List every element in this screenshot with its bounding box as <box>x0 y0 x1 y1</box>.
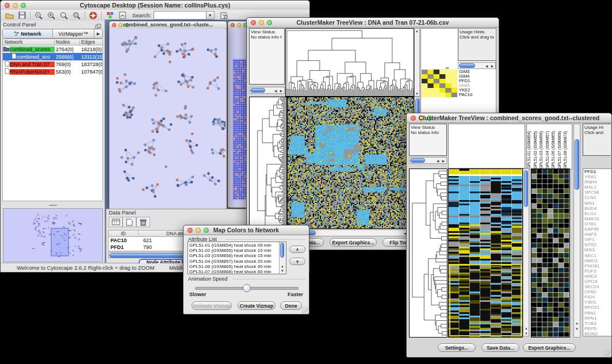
report-icon[interactable] <box>218 11 231 20</box>
gene-label[interactable]: SEC1 <box>584 253 611 258</box>
close-button[interactable] <box>231 23 235 27</box>
gene-label[interactable]: HAP3 <box>584 232 611 237</box>
help-lifering-icon[interactable] <box>87 11 100 20</box>
gene-label[interactable]: PEP5 <box>584 326 611 331</box>
resize-grip[interactable] <box>604 350 611 357</box>
gene-label[interactable]: CPA2 <box>584 289 611 294</box>
tv2-heatmap-vscrollbar[interactable]: ▲▼ <box>523 168 529 336</box>
tab-network[interactable]: Network <box>3 29 53 38</box>
save-icon[interactable] <box>16 11 28 20</box>
gene-label[interactable]: PFD1 <box>584 169 611 174</box>
main-titlebar[interactable]: Cytoscape Desktop (Session Name: collins… <box>1 1 309 10</box>
network-table-row[interactable]: RNAPuberNov2+563(0)107847(0) <box>3 68 102 75</box>
dialog-titlebar[interactable]: Map Colors to Network <box>183 225 309 235</box>
tv2-save-data-button[interactable]: Save Data... <box>481 343 519 352</box>
tv1-column-vscrollbar[interactable]: ▲▼ <box>414 28 420 97</box>
move-up-button[interactable]: ∧ <box>289 246 305 253</box>
tv1-row-dendrogram[interactable] <box>249 97 287 229</box>
zoom-out-icon[interactable] <box>32 11 45 20</box>
tv2-status-hscrollbar[interactable]: ◀▶ <box>409 157 447 164</box>
attribute-item[interactable]: GPL51-06 (GSM865) heat shock 40 min <box>189 264 279 269</box>
network-nodes-count: 2569(6) <box>55 54 80 60</box>
zoom-fit-icon[interactable] <box>58 11 70 20</box>
gene-label[interactable]: PUF3 <box>584 269 611 274</box>
zoom-selected-icon[interactable] <box>70 11 83 20</box>
tv2-export-graphics-button[interactable]: Export Graphics... <box>523 343 576 352</box>
gene-label[interactable]: YSH1 <box>584 300 611 305</box>
gene-label[interactable]: RNR4 <box>584 179 611 185</box>
tab-overflow-arrow[interactable]: ▶ <box>94 29 102 38</box>
attribute-item[interactable]: GPL51-03 (GSM856) heat shock 15 min <box>189 253 279 258</box>
minimize-button[interactable] <box>237 23 241 27</box>
gene-label[interactable]: MON2 <box>584 331 611 336</box>
tv2-heatmap[interactable] <box>448 168 523 338</box>
tv1-zoom-hscrollbar[interactable]: ◀▶ <box>458 62 496 69</box>
zoom-in-icon[interactable] <box>45 11 58 20</box>
tv1-export-graphics-button[interactable]: Export Graphics... <box>330 238 377 247</box>
gene-label[interactable]: MSL1 <box>584 185 611 190</box>
network-table-row[interactable]: combined_sco2569(6)13112(15) <box>3 53 102 60</box>
data-panel-title: Data Panel <box>109 209 136 216</box>
gene-label[interactable]: YRA1 <box>584 174 611 179</box>
attribute-item[interactable]: GPL51-04 (GSM857) heat shock 20 min <box>189 259 279 264</box>
tv1-titlebar[interactable]: ClusterMaker TreeView : DNA and Tran 07-… <box>247 18 499 28</box>
gene-label[interactable]: NTR2 <box>584 242 611 247</box>
gene-label[interactable]: ELG1 <box>584 211 611 216</box>
animation-slider-thumb[interactable] <box>243 284 251 292</box>
tv2-titlebar[interactable]: ClusterMaker TreeView : combined_scores_… <box>407 113 611 123</box>
gene-label[interactable]: MSI1 <box>584 247 611 252</box>
attribute-item[interactable]: GPL51-02 (GSM855) heat shock 10 min <box>189 248 279 253</box>
network-canvas-a[interactable] <box>109 29 225 208</box>
search-dropdown-arrow-icon[interactable]: ▼ <box>206 11 215 20</box>
tab-vizmapper[interactable]: VizMapper™ <box>53 29 94 38</box>
tv1-mini-heatmap[interactable] <box>422 70 457 97</box>
attribute-table-icon[interactable] <box>109 217 123 227</box>
attribute-list-vscrollbar[interactable]: ▲▼ <box>279 242 286 274</box>
gene-label[interactable]: SPC98 <box>584 190 611 195</box>
gene-label[interactable]: FIG4 <box>584 294 611 300</box>
network-table-header[interactable]: Network Nodes Edges <box>2 39 103 45</box>
gene-label[interactable]: TCB3 <box>584 321 611 326</box>
gene-label[interactable]: KAP95 <box>584 227 611 232</box>
tv1-heatmap[interactable] <box>287 97 414 229</box>
done-button[interactable]: Done <box>280 301 302 310</box>
network-overview-canvas[interactable] <box>3 208 103 262</box>
gene-label[interactable]: VIP1 <box>584 237 611 242</box>
new-attribute-icon[interactable] <box>123 217 136 227</box>
tv2-settings-button[interactable]: Settings... <box>438 343 476 352</box>
attribute-item[interactable]: GPL51-07 (GSM868) heat shock 60 min <box>189 269 279 274</box>
network-table-row[interactable]: combined_scores2764(0)16218(0) <box>3 45 102 53</box>
search-input[interactable] <box>154 11 206 20</box>
gene-label[interactable]: GPI16 <box>584 279 611 284</box>
gene-label[interactable]: CLN1 <box>584 195 611 200</box>
gene-label[interactable]: HMG1 <box>584 258 611 263</box>
gene-label[interactable]: MAK31 <box>584 216 611 221</box>
attribute-listbox[interactable]: GPL51-01 (GSM854) heat shock 05 minGPL51… <box>188 242 286 274</box>
vizmapper-icon[interactable] <box>104 11 116 20</box>
tv2-row-dendrogram[interactable] <box>409 168 447 338</box>
gene-label[interactable]: GTB1 <box>584 221 611 227</box>
tv1-status-hscrollbar[interactable]: ◀▶ <box>249 87 285 94</box>
delete-attribute-trash-icon[interactable] <box>136 217 150 227</box>
gene-label[interactable]: HRD3 <box>584 274 611 279</box>
tv1-column-dendrogram[interactable] <box>285 28 414 97</box>
gene-label[interactable]: RPO21 <box>584 305 611 310</box>
attribute-item[interactable]: GPL51-01 (GSM854) heat shock 05 min <box>189 243 279 248</box>
gene-label[interactable]: PHO81 <box>584 263 611 269</box>
tv2-column-label: GPL51-04 (GSM857) <box>545 124 552 169</box>
tv2-label-vscrollbar[interactable]: ▲▼ <box>573 124 580 338</box>
create-vizmap-button[interactable]: Create Vizmap <box>238 301 276 310</box>
gene-label[interactable]: PAN1 <box>584 311 611 316</box>
open-file-icon[interactable] <box>3 11 16 20</box>
gene-label[interactable]: RPN1 <box>584 316 611 321</box>
tv2-detail-heatmap[interactable] <box>531 168 570 338</box>
gene-label[interactable]: SEC24 <box>584 284 611 289</box>
network-a-titlebar[interactable]: combined_scores_good.txt--cluste... <box>109 21 227 29</box>
panel-splitter[interactable] <box>2 204 103 207</box>
gene-label[interactable]: BUD4 <box>584 206 611 211</box>
gene-label[interactable]: NIS1 <box>584 201 611 206</box>
move-down-button[interactable]: ∨ <box>289 258 305 265</box>
resize-grip[interactable] <box>301 306 308 313</box>
network-table-row[interactable]: DNA and Tran 07769(0)183728(0) <box>3 60 102 68</box>
network-document-icon[interactable] <box>116 11 129 20</box>
